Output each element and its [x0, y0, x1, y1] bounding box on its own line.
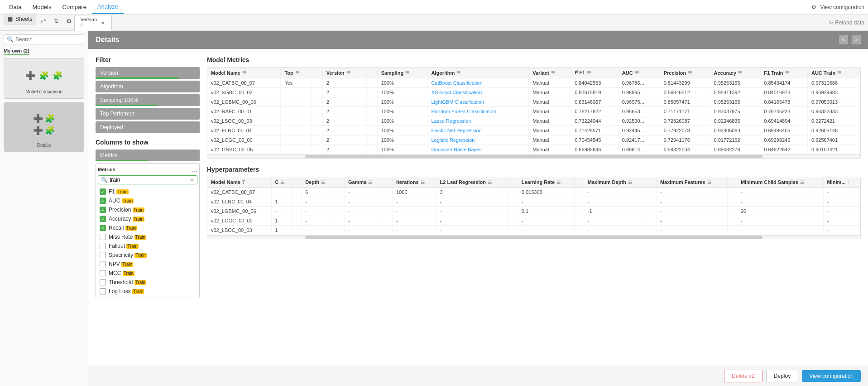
details-next-button[interactable]: >	[852, 35, 861, 44]
metrics-item-log-loss[interactable]: Log Loss Train	[98, 287, 197, 296]
tab-version[interactable]: Version 2 ✕	[74, 15, 112, 31]
hp-col-max-features[interactable]: Maximum Features ☰	[656, 177, 727, 188]
filter-deployed[interactable]: Deployed	[96, 121, 200, 133]
table-row[interactable]: v02_CATBC_00_07 6 - 1000 3	[207, 188, 860, 197]
toolbar-icon-1[interactable]: ⇄	[38, 15, 49, 26]
metrics-item-precision-train[interactable]: ✓ Precision Train	[98, 205, 197, 214]
table-row[interactable]: v02_LOGC_00_00 2 100% Logistic Regressio…	[207, 135, 860, 145]
hyperparameters-table-wrapper[interactable]: Model Name T↑ C ☰ Depth ☰ Gamma ☰ Iterat…	[207, 177, 861, 239]
algorithm-link[interactable]: Random Forest Classification	[431, 109, 496, 114]
table-row[interactable]: v02_XGBC_00_02 2 100% XGBoost Classifica…	[207, 88, 860, 97]
sheets-button[interactable]: ▦ Sheets	[4, 14, 36, 24]
hp-col-lr[interactable]: Learning Rate ☰	[518, 177, 574, 188]
metrics-item-mcc[interactable]: MCC Train	[98, 269, 197, 278]
col-accuracy[interactable]: Accuracy ☰	[710, 68, 760, 78]
metrics-checkbox-f1[interactable]: ✓	[100, 188, 106, 195]
details-prev-button[interactable]: <	[839, 35, 848, 44]
metrics-item-npv[interactable]: NPV Train	[98, 260, 197, 269]
col-variant[interactable]: Variant ☰	[529, 68, 571, 78]
toolbar-icon-2[interactable]: ⇅	[51, 15, 62, 26]
search-input[interactable]	[15, 36, 81, 43]
nav-compare[interactable]: Compare	[57, 0, 91, 14]
algorithm-link[interactable]: Elastic Net Regression	[431, 128, 481, 133]
col-precision[interactable]: Precision ☰	[660, 68, 710, 78]
metrics-checkbox-threshold[interactable]	[100, 279, 106, 285]
algorithm-link[interactable]: LightGBM Classification	[431, 99, 484, 105]
sidebar-card-comparison[interactable]: ➕ 🧩 🧩 Model comparison	[4, 58, 84, 99]
metrics-checkbox-accuracy[interactable]: ✓	[100, 216, 106, 222]
view-configuration-top[interactable]: ⚙ View configuration	[811, 4, 864, 10]
table-row[interactable]: v02_ELNC_00_04 2 100% Elastic Net Regres…	[207, 126, 860, 135]
col-top[interactable]: Top ☰	[281, 68, 312, 78]
table-row[interactable]: v02_LSOC_00_03 1 - - - -	[207, 226, 860, 235]
nav-data[interactable]: Data	[4, 0, 27, 14]
algorithm-link[interactable]: Logistic Regression	[431, 137, 475, 143]
algorithm-link[interactable]: Gaussian Naive Bayes	[431, 147, 481, 152]
col-auc[interactable]: AUC ☰	[618, 68, 660, 78]
metrics-item-auc-train[interactable]: ✓ AUC Train	[98, 196, 197, 205]
hp-col-iterations[interactable]: Iterations ☰	[393, 177, 436, 188]
col-version[interactable]: Version ☰	[322, 68, 366, 78]
col-model-name[interactable]: Model Name ☰	[207, 68, 281, 78]
hp-col-gamma[interactable]: Gamma ☰	[345, 177, 383, 188]
table-row[interactable]: v02_ELNC_00_04 1 - - - -	[207, 197, 860, 207]
hp-col-min-child[interactable]: Minimum Child Samples ☰	[737, 177, 823, 188]
deploy-button[interactable]: Deploy	[766, 370, 798, 382]
reload-data-button[interactable]: ↻ Reload data	[829, 19, 864, 26]
algorithm-link[interactable]: CatBoost Classification	[431, 80, 482, 86]
tab-close-button[interactable]: ✕	[100, 19, 106, 26]
hp-col-max-depth[interactable]: Maximum Depth ☰	[584, 177, 647, 188]
filter-algorithm[interactable]: Algorithm	[96, 81, 200, 92]
table-row[interactable]: v02_GNBC_00_05 2 100% Gaussian Naive Bay…	[207, 145, 860, 154]
table-row[interactable]: v02_RAFC_00_01 2 100% Random Forest Clas…	[207, 107, 860, 116]
metrics-bar[interactable]: Metrics	[96, 150, 200, 161]
metrics-search-clear[interactable]: ✕	[190, 177, 194, 183]
table-row[interactable]: v02_LOGC_00_00 1 - - - -	[207, 216, 860, 226]
hp-col-c[interactable]: C ☰	[271, 177, 292, 188]
model-metrics-table-wrapper[interactable]: Model Name ☰ Top ☰ Version ☰ Sampling ☰ …	[207, 67, 861, 159]
metrics-checkbox-recall[interactable]: ✓	[100, 225, 106, 231]
metrics-checkbox-auc[interactable]: ✓	[100, 198, 106, 204]
delete-v2-button[interactable]: Delete v2	[724, 370, 762, 382]
metrics-checkbox-fallout[interactable]	[100, 243, 106, 249]
nav-models[interactable]: Models	[27, 0, 57, 14]
metrics-checkbox-precision[interactable]: ✓	[100, 207, 106, 213]
nav-analyze[interactable]: Analyze	[92, 0, 124, 14]
metrics-checkbox-npv[interactable]	[100, 261, 106, 267]
table-row[interactable]: v02_LGBMC_00_06 2 100% LightGBM Classifi…	[207, 97, 860, 107]
metrics-search-input[interactable]	[110, 177, 190, 183]
col-algorithm[interactable]: Algorithm ☰	[427, 68, 529, 78]
sidebar-card-details[interactable]: ➕ 🧩 ➕ 🧩 Details	[4, 102, 84, 152]
col-sampling[interactable]: Sampling ☰	[377, 68, 427, 78]
col-if1[interactable]: I⁰ F1 ☰	[571, 68, 619, 78]
metrics-dots-button[interactable]: ...	[192, 165, 197, 174]
filter-top-performer[interactable]: Top Performer	[96, 108, 200, 120]
col-f1-train[interactable]: F1 Train ☰	[760, 68, 808, 78]
metrics-checkbox-specificity[interactable]	[100, 252, 106, 258]
algorithm-link[interactable]: XGBoost Classification	[431, 90, 482, 95]
metrics-item-accuracy-train[interactable]: ✓ Accuracy Train	[98, 214, 197, 223]
table-row[interactable]: v02_LGBMC_00_06 - - - - -	[207, 207, 860, 216]
toolbar-icon-3[interactable]: ⚙	[63, 15, 74, 26]
metrics-checkbox-miss-rate[interactable]	[100, 234, 106, 240]
metrics-item-recall-train[interactable]: ✓ Recall Train	[98, 223, 197, 232]
metrics-item-fallout[interactable]: Fallout Train	[98, 241, 197, 251]
table-row[interactable]: v02_LSOC_00_03 2 100% Lasso Regression M…	[207, 116, 860, 126]
metrics-checkbox-mcc[interactable]	[100, 270, 106, 276]
col-auc-train[interactable]: AUC Train ☰	[807, 68, 860, 78]
metrics-item-f1-train[interactable]: ✓ F1 Train	[98, 187, 197, 196]
metrics-item-threshold[interactable]: Threshold Train	[98, 278, 197, 287]
view-configuration-button[interactable]: View configuration	[802, 370, 861, 382]
metrics-checkbox-log-loss[interactable]	[100, 288, 106, 294]
model-metrics-scrollbar[interactable]	[207, 154, 860, 158]
filter-version[interactable]: Version	[96, 67, 200, 79]
metrics-item-miss-rate[interactable]: Miss Rate Train	[98, 232, 197, 241]
algorithm-link[interactable]: Lasso Regression	[431, 118, 471, 124]
table-row[interactable]: v02_CATBC_00_07 Yes 2 100% CatBoost Clas…	[207, 78, 860, 88]
hp-col-l2[interactable]: L2 Leaf Regression ☰	[436, 177, 508, 188]
hp-col-depth[interactable]: Depth ☰	[302, 177, 335, 188]
hp-col-model-name[interactable]: Model Name T↑	[207, 177, 271, 188]
metrics-item-specificity[interactable]: Specificity Train	[98, 251, 197, 260]
hyperparameters-scrollbar[interactable]	[207, 235, 860, 239]
hp-col-minim[interactable]: Minim... ↑	[823, 177, 860, 188]
